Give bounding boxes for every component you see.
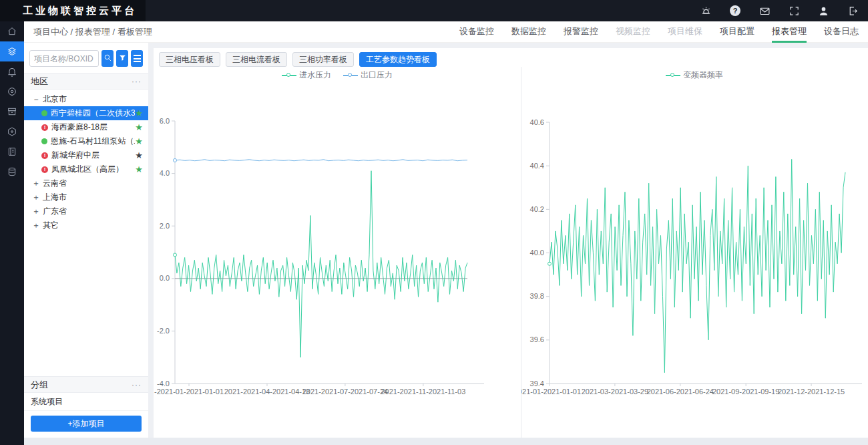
user-icon[interactable]	[817, 5, 829, 17]
project-label: 西宁碧桂园（二次供水3泵）	[51, 108, 135, 119]
archive-icon[interactable]	[0, 102, 24, 122]
nav-item-project-maintenance[interactable]: 项目维保	[668, 21, 702, 43]
pressure-trend-chart-panel: 进水压力 出口压力 6.04.02.00.0-2.0-4.0-2021-01-2…	[154, 67, 521, 438]
camera-icon[interactable]	[0, 82, 24, 102]
tab-three-phase-voltage[interactable]: 三相电压看板	[159, 52, 220, 67]
exit-icon[interactable]	[847, 5, 859, 17]
tab-three-phase-current[interactable]: 三相电流看板	[226, 52, 287, 67]
chart-legend: 变频器频率	[521, 69, 867, 81]
tree-node-label: 云南省	[43, 178, 67, 189]
breadcrumb-bar: 项目中心 / 报表管理 / 看板管理 设备监控 数据监控 报警监控 视频监控 项…	[24, 21, 868, 43]
bell-icon[interactable]	[0, 61, 24, 82]
group-section-title: 分组	[31, 379, 48, 391]
status-online-icon	[41, 110, 47, 116]
tab-process-parameter-trend[interactable]: 工艺参数趋势看板	[359, 52, 437, 67]
search-row	[24, 43, 148, 73]
fullscreen-icon[interactable]	[788, 5, 800, 17]
nav-item-data-monitor[interactable]: 数据监控	[511, 21, 546, 43]
legend-label: 变频器频率	[683, 69, 723, 81]
nav-item-alarm-monitor[interactable]: 报警监控	[564, 21, 598, 43]
project-label: 凤凰城北区（高层）	[51, 164, 124, 175]
journal-icon[interactable]	[0, 142, 24, 162]
expand-icon[interactable]: ＋	[32, 206, 40, 217]
tree-node-shanghai[interactable]: ＋ 上海市	[24, 190, 148, 204]
home-icon[interactable]	[0, 21, 24, 41]
search-input[interactable]	[29, 50, 99, 67]
mail-icon[interactable]	[758, 5, 771, 17]
legend-marker-icon	[343, 75, 358, 76]
tree-node-label: 广东省	[43, 206, 67, 217]
help-icon[interactable]: ?	[729, 5, 741, 17]
tree-node-guangdong[interactable]: ＋ 广东省	[24, 204, 148, 218]
region-more-button[interactable]: ···	[132, 78, 142, 85]
svg-text:-2.0: -2.0	[157, 327, 170, 335]
svg-text:2.0: 2.0	[160, 222, 170, 230]
tree-node-yunnan[interactable]: ＋ 云南省	[24, 176, 148, 190]
board-tabs: 三相电压看板 三相电流看板 三相功率看板 工艺参数趋势看板	[154, 48, 868, 67]
nav-item-device-monitor[interactable]: 设备监控	[459, 21, 494, 43]
layers-icon[interactable]	[0, 41, 24, 61]
favorite-star-icon[interactable]: ★	[135, 108, 143, 118]
legend-item-outlet-pressure[interactable]: 出口压力	[343, 69, 393, 81]
nav-item-video-monitor[interactable]: 视频监控	[616, 21, 650, 43]
tree-node-label: 上海市	[43, 192, 67, 203]
filter-button[interactable]	[116, 50, 128, 67]
svg-text:6.0: 6.0	[160, 117, 170, 125]
cube-icon[interactable]	[0, 122, 24, 142]
nav-item-report-management[interactable]: 报表管理	[772, 21, 807, 43]
svg-text:2021-2021-11-2021-11-03: 2021-2021-11-2021-11-03	[381, 388, 465, 396]
tree-node-other[interactable]: ＋ 其它	[24, 218, 148, 233]
group-more-button[interactable]: ···	[132, 382, 142, 388]
expand-icon[interactable]: ＋	[32, 192, 40, 203]
svg-text:39.6: 39.6	[530, 335, 544, 343]
app-title: 工业物联智控云平台	[23, 5, 137, 17]
tree-leaf-project[interactable]: ! 海西豪庭8-18层 ★	[24, 120, 148, 134]
tree-node-label: 其它	[43, 220, 59, 231]
svg-text:40.0: 40.0	[530, 249, 544, 257]
svg-text:2021-2021-04-2021-04-13: 2021-2021-04-2021-04-13	[224, 388, 310, 396]
pressure-trend-chart: 6.04.02.00.0-2.0-4.0-2021-01-2021-01-012…	[154, 67, 521, 438]
nav-item-project-config[interactable]: 项目配置	[720, 21, 754, 43]
project-label: 恩施-石马村11组泵站（二次供	[51, 136, 135, 147]
tree-leaf-project[interactable]: ! 新城华府中层 ★	[24, 148, 148, 162]
chart-legend: 进水压力 出口压力	[154, 69, 521, 81]
inverter-frequency-chart-panel: 变频器频率 40.640.440.240.039.839.639.4021-01…	[521, 67, 867, 438]
list-button[interactable]	[131, 50, 143, 67]
alarm-icon[interactable]	[700, 5, 712, 17]
region-section-header: 地区 ···	[24, 73, 148, 90]
legend-marker-icon	[282, 75, 296, 76]
expand-icon[interactable]: ＋	[32, 220, 40, 231]
nav-item-device-log[interactable]: 设备日志	[824, 21, 859, 43]
svg-text:021-01-2021-01-01: 021-01-2021-01-01	[521, 388, 581, 396]
favorite-star-icon[interactable]: ★	[135, 164, 143, 174]
tree-leaf-project[interactable]: 恩施-石马村11组泵站（二次供 ★	[24, 134, 148, 148]
svg-text:40.6: 40.6	[530, 118, 544, 126]
bottom-strip	[24, 438, 868, 445]
database-icon[interactable]	[0, 162, 24, 182]
dashboard-block: 三相电压看板 三相电流看板 三相功率看板 工艺参数趋势看板 进水压力 出口压力 …	[154, 48, 868, 438]
favorite-star-icon[interactable]: ★	[135, 136, 143, 146]
add-project-wrap: +添加项目	[24, 411, 148, 438]
legend-label: 出口压力	[361, 69, 393, 81]
group-list: 系统项目	[24, 393, 148, 411]
favorite-star-icon[interactable]: ★	[135, 122, 143, 132]
tree-leaf-project[interactable]: ! 凤凰城北区（高层） ★	[24, 162, 148, 176]
tab-three-phase-power[interactable]: 三相功率看板	[292, 52, 354, 67]
expand-icon[interactable]: ＋	[32, 178, 40, 189]
svg-text:40.2: 40.2	[530, 205, 544, 213]
collapse-icon[interactable]: −	[32, 95, 40, 104]
svg-text:39.8: 39.8	[530, 292, 544, 300]
tree-leaf-project[interactable]: 西宁碧桂园（二次供水3泵） ★	[24, 106, 148, 120]
svg-text:4.0: 4.0	[160, 169, 170, 177]
group-item-system-projects[interactable]: 系统项目	[24, 393, 148, 411]
legend-item-inverter-frequency[interactable]: 变频器频率	[666, 69, 723, 81]
legend-item-inlet-pressure[interactable]: 进水压力	[282, 69, 331, 81]
svg-text:-4.0: -4.0	[157, 380, 170, 388]
search-button[interactable]	[101, 50, 114, 67]
status-alert-icon: !	[41, 152, 48, 159]
tree-node-beijing[interactable]: − 北京市	[24, 92, 148, 106]
favorite-star-icon[interactable]: ★	[135, 150, 143, 160]
group-section-header: 分组 ···	[24, 376, 148, 393]
add-project-button[interactable]: +添加项目	[31, 416, 142, 432]
svg-text:2021-06-2021-06-24: 2021-06-2021-06-24	[647, 388, 714, 396]
